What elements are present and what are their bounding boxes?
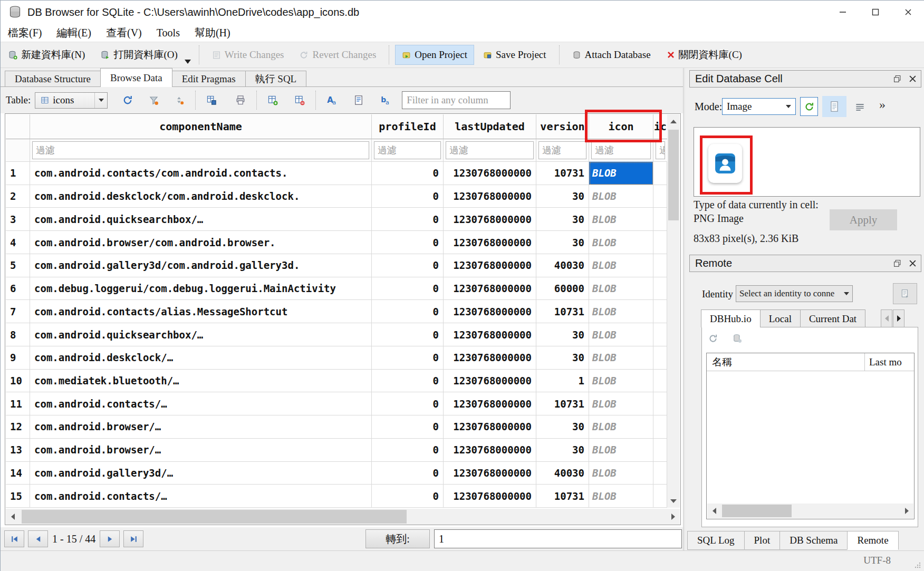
cell-lastUpdated[interactable]: 1230768000000 [444, 462, 536, 485]
cell-profileId[interactable]: 0 [372, 323, 444, 346]
cell-lastUpdated[interactable]: 1230768000000 [444, 208, 536, 231]
cell-icon-blob[interactable]: BLOB [589, 300, 653, 323]
print-button[interactable] [232, 92, 249, 108]
cell-componentName[interactable]: com.android.deskclock/com.android.deskcl… [30, 185, 372, 208]
horizontal-scrollbar-thumb[interactable] [22, 510, 407, 524]
remote-list-scrollbar-thumb[interactable] [722, 505, 792, 517]
cell-lastUpdated[interactable]: 1230768000000 [444, 346, 536, 370]
cell-componentName[interactable]: com.mediatek.bluetooth/… [30, 370, 372, 393]
table-selector[interactable]: icons [35, 92, 108, 109]
cell-profileId[interactable]: 0 [372, 277, 444, 301]
filter-partial[interactable]: 過濾 [653, 139, 667, 162]
open-project-button[interactable]: Open Project [395, 45, 474, 65]
cell-componentName[interactable]: com.android.browser/… [30, 415, 372, 439]
close-database-button[interactable]: 關閉資料庫(C) [660, 44, 749, 66]
cell-lastUpdated[interactable]: 1230768000000 [444, 392, 536, 415]
row-number[interactable]: 10 [6, 370, 30, 393]
text-view-button[interactable] [822, 96, 846, 117]
save-view-button[interactable] [203, 92, 220, 108]
cell-version[interactable]: 10731 [536, 300, 589, 323]
menu-help[interactable]: 幫助(H) [187, 25, 238, 41]
cell-profileId[interactable]: 0 [372, 392, 444, 415]
toolbar-overflow-icon[interactable]: » [879, 98, 886, 112]
cell-profileId[interactable]: 0 [372, 485, 444, 508]
filter-icon-column[interactable]: 過濾 [589, 139, 653, 162]
open-database-button[interactable]: 打開資料庫(O) [94, 44, 184, 66]
cell-icon-blob[interactable]: BLOB [589, 208, 653, 231]
cell-profileId[interactable]: 0 [372, 462, 444, 485]
cell-componentName[interactable]: com.android.quicksearchbox/… [30, 208, 372, 231]
cell-profileId[interactable]: 0 [372, 254, 444, 277]
menu-file[interactable]: 檔案(F) [1, 25, 49, 41]
cell-profileId[interactable]: 0 [372, 370, 444, 393]
cell-version[interactable]: 10731 [536, 392, 589, 415]
cell-version[interactable]: 30 [536, 346, 589, 370]
open-database-dropdown[interactable] [185, 60, 191, 64]
cell-version[interactable]: 30 [536, 415, 589, 439]
filter-lastUpdated[interactable]: 過濾 [444, 139, 536, 162]
row-number[interactable]: 2 [6, 185, 30, 208]
cell-componentName[interactable]: com.android.deskclock/… [30, 346, 372, 370]
encoding-button[interactable] [350, 92, 367, 108]
next-page-button[interactable] [100, 530, 120, 547]
column-header-componentName[interactable]: componentName [30, 114, 372, 139]
float-dock-icon[interactable] [893, 75, 901, 83]
scroll-left-icon[interactable] [707, 504, 721, 518]
menu-view[interactable]: 查看(V) [99, 25, 149, 41]
cell-profileId[interactable]: 0 [372, 439, 444, 462]
previous-page-button[interactable] [28, 530, 48, 547]
identity-settings-button[interactable] [893, 283, 917, 304]
save-project-button[interactable]: Save Project [476, 45, 553, 65]
goto-record-button[interactable]: 轉到: [365, 529, 430, 548]
cell-version[interactable]: 10731 [536, 162, 589, 185]
cell-componentName[interactable]: com.android.contacts/… [30, 485, 372, 508]
cell-icon-blob[interactable]: BLOB [589, 346, 653, 370]
row-number[interactable]: 1 [6, 162, 30, 185]
filter-profileId[interactable]: 過濾 [372, 139, 444, 162]
cell-lastUpdated[interactable]: 1230768000000 [444, 254, 536, 277]
font-format-button[interactable]: Aa [323, 92, 340, 108]
cell-profileId[interactable]: 0 [372, 300, 444, 323]
remote-tab-dbhub[interactable]: DBHub.io [701, 309, 761, 327]
cell-profileId[interactable]: 0 [372, 415, 444, 439]
case-button[interactable]: ba [377, 92, 394, 108]
tab-scroll-left-icon[interactable] [881, 309, 892, 327]
cell-version[interactable]: 30 [536, 439, 589, 462]
row-number[interactable]: 7 [6, 300, 30, 323]
filter-componentName[interactable]: 過濾 [30, 139, 372, 162]
horizontal-scrollbar[interactable] [6, 509, 680, 525]
cell-componentName[interactable]: com.android.contacts/alias.MessageShortc… [30, 300, 372, 323]
column-header-profileId[interactable]: profileId [372, 114, 444, 139]
row-number[interactable]: 4 [6, 231, 30, 254]
remote-list-horizontal-scrollbar[interactable] [707, 504, 913, 518]
resize-grip[interactable] [914, 562, 921, 569]
row-number[interactable]: 12 [6, 415, 30, 439]
cell-icon-blob[interactable]: BLOB [589, 231, 653, 254]
import-data-button[interactable] [800, 97, 818, 116]
close-button[interactable] [892, 1, 924, 24]
cell-componentName[interactable]: com.android.browser/… [30, 439, 372, 462]
tab-edit-pragmas[interactable]: Edit Pragmas [172, 71, 246, 87]
tab-sql-log[interactable]: SQL Log [687, 531, 745, 550]
first-page-button[interactable] [4, 530, 24, 547]
remote-tab-current-database[interactable]: Current Dat [800, 309, 865, 327]
scroll-left-icon[interactable] [6, 509, 20, 525]
vertical-scrollbar[interactable] [667, 114, 680, 508]
tab-plot[interactable]: Plot [744, 531, 781, 550]
cell-profileId[interactable]: 0 [372, 185, 444, 208]
filter-version[interactable]: 過濾 [536, 139, 589, 162]
cell-lastUpdated[interactable]: 1230768000000 [444, 185, 536, 208]
cell-componentName[interactable]: com.android.contacts/com.android.contact… [30, 162, 372, 185]
remote-clone-db-button[interactable] [730, 332, 744, 345]
cell-icon-blob[interactable]: BLOB [589, 185, 653, 208]
cell-icon-blob[interactable]: BLOB [589, 323, 653, 346]
identity-selector[interactable]: Select an identity to conne [736, 285, 853, 302]
filter-any-column-input[interactable] [402, 91, 511, 109]
revert-changes-button[interactable]: Revert Changes [293, 45, 383, 65]
cell-icon-blob[interactable]: BLOB [589, 439, 653, 462]
cell-lastUpdated[interactable]: 1230768000000 [444, 162, 536, 185]
close-dock-icon[interactable] [909, 75, 917, 83]
cell-icon-blob[interactable]: BLOB [589, 485, 653, 508]
cell-version[interactable]: 30 [536, 323, 589, 346]
cell-lastUpdated[interactable]: 1230768000000 [444, 323, 536, 346]
